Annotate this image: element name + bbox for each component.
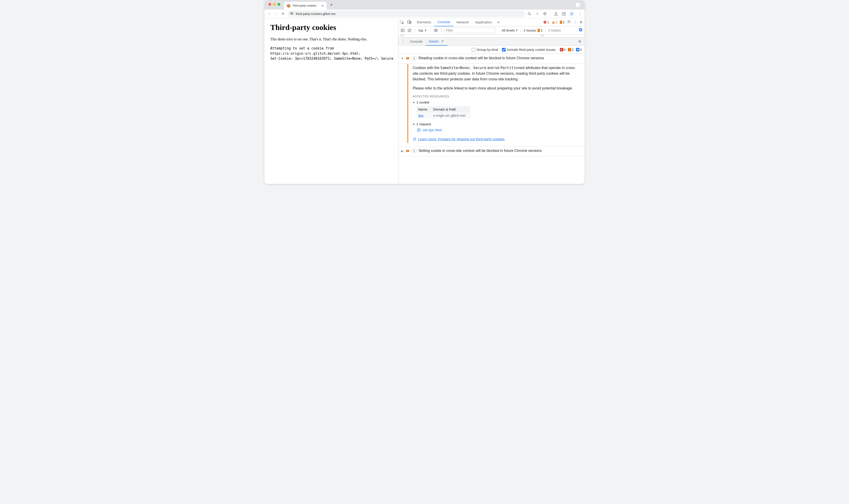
issue-description-2: Please refer to the article linked to le… [413, 86, 580, 91]
include-3p-cookie-checkbox[interactable]: Include third-party cookie issues [502, 48, 555, 52]
drawer-tab-issues[interactable]: Issues ✕ [426, 37, 447, 46]
issue-count-pill: 1 [411, 56, 417, 60]
log-xhr-checkbox[interactable] [541, 35, 544, 36]
svg-point-4 [528, 13, 530, 15]
window-close-icon[interactable] [268, 3, 271, 6]
expand-toggle-icon[interactable]: ▼ [401, 56, 404, 60]
affected-cookies-toggle[interactable]: ▼1 cookie [413, 100, 580, 104]
browser-tab[interactable]: 🍪 Third-party cookies ✕ [284, 2, 326, 10]
tab-elements[interactable]: Elements [414, 18, 435, 26]
learn-more-link[interactable]: Learn more: Prepare for phasing out thir… [413, 137, 580, 141]
issue-item-expanded[interactable]: ▼ 1 Reading cookie in cross-site context… [399, 54, 585, 64]
affected-request-link[interactable]: set-3pc.html [417, 128, 580, 132]
log-levels-selector[interactable]: All levels▼ [502, 29, 518, 32]
cookie-table-col-domain: Domain & Path [432, 106, 470, 112]
page-log: Attempting to set a cookie from https://… [270, 46, 396, 61]
affected-requests-toggle[interactable]: ▼1 request [413, 122, 580, 126]
devtools-close-icon[interactable]: ✕ [579, 20, 583, 25]
address-bar[interactable]: third-party-cookies.glitch.me [287, 11, 525, 17]
live-expression-icon[interactable] [434, 28, 438, 33]
svg-rect-27 [407, 151, 408, 152]
svg-rect-0 [290, 13, 291, 13]
reload-button[interactable]: ⟳ [281, 12, 285, 16]
tab-network[interactable]: Network [453, 18, 472, 26]
side-panel-icon[interactable] [562, 12, 566, 16]
issue-title: Reading cookie in cross-site context wil… [419, 56, 544, 60]
devtools-panel: Elements Console Network Application » 1… [399, 18, 585, 184]
drawer-tab-close-icon[interactable]: ✕ [440, 39, 445, 43]
hidden-messages[interactable]: 3 hidden [548, 29, 561, 32]
window-maximize-icon[interactable] [278, 3, 280, 6]
cookie-table-row: 3pc x-origin-src.glitch.me/ [417, 112, 470, 119]
cookie-domain-cell: x-origin-src.glitch.me/ [432, 112, 470, 119]
devtools-settings-icon[interactable] [567, 19, 571, 25]
tab-title: Third-party cookies [292, 4, 316, 7]
tabs-overflow-icon[interactable]: » [495, 20, 502, 24]
group-by-kind-checkbox[interactable]: Group by kind [472, 48, 498, 52]
drawer-tab-console[interactable]: Console [407, 37, 425, 46]
profile-avatar[interactable] [569, 11, 574, 16]
console-sidebar-toggle-icon[interactable] [400, 28, 405, 33]
svg-rect-26 [407, 150, 408, 151]
warning-count[interactable]: 2 [552, 20, 558, 24]
issues-count-badge[interactable]: ! 2 [560, 20, 565, 24]
back-button[interactable]: ← [267, 12, 272, 16]
bookmark-icon[interactable]: ☆ [535, 12, 540, 16]
window-minimize-icon[interactable] [273, 3, 276, 6]
tab-favicon-icon: 🍪 [287, 4, 290, 7]
error-count[interactable]: 1 [543, 20, 549, 24]
labs-icon[interactable] [554, 12, 558, 16]
new-tab-button[interactable]: + [328, 1, 335, 8]
warning-badge-icon: ! [568, 48, 571, 51]
clear-console-icon[interactable] [407, 28, 412, 33]
tabs-dropdown-button[interactable]: ⌄ [575, 2, 581, 8]
affected-resources-heading: AFFECTED RESOURCES [413, 95, 580, 98]
page-intro: This demo tries to set one. That's it. T… [270, 37, 396, 41]
console-settings-icon[interactable] [578, 28, 583, 33]
chrome-menu-button[interactable]: ⋮ [577, 12, 582, 16]
drawer-tabstrip: ⋮ Console Issues ✕ ✕ [399, 37, 585, 46]
drawer-menu-icon[interactable]: ⋮ [400, 39, 406, 43]
issue-description-1: Cookies with the SameSite=None; Secure a… [413, 65, 580, 82]
page-content: Third-party cookies This demo tries to s… [264, 18, 399, 184]
site-settings-icon[interactable] [290, 11, 294, 16]
svg-rect-23 [407, 58, 408, 58]
page-heading: Third-party cookies [270, 23, 396, 32]
issues-kind-counts: ✕0 !2 0 [560, 48, 582, 52]
issue-detail-panel: Cookies with the SameSite=None; Secure a… [407, 64, 582, 143]
console-settings-strip [399, 35, 585, 37]
svg-rect-1 [290, 14, 291, 14]
svg-rect-16 [401, 29, 404, 32]
svg-point-3 [292, 14, 293, 14]
tab-close-icon[interactable]: ✕ [321, 4, 324, 7]
issue-item-collapsed[interactable]: ▶ 1 Setting cookie in cross-site context… [399, 146, 585, 157]
tab-console[interactable]: Console [435, 18, 453, 26]
console-filter-input[interactable]: Filter [444, 28, 496, 33]
svg-point-8 [571, 13, 572, 14]
extensions-icon[interactable] [543, 12, 547, 16]
tab-application[interactable]: Application [472, 18, 495, 26]
issues-link[interactable]: 2 Issues: ! 2 [524, 29, 543, 32]
inspect-element-icon[interactable] [399, 19, 405, 25]
tab-strip: 🍪 Third-party cookies ✕ + ⌄ [264, 0, 585, 10]
info-badge-icon [576, 48, 579, 51]
svg-line-5 [530, 14, 531, 15]
execution-context-selector[interactable]: top▼ [418, 29, 428, 32]
issue-severity-icon [406, 56, 410, 61]
zoom-icon[interactable] [527, 12, 532, 16]
drawer-close-icon[interactable]: ✕ [577, 39, 583, 44]
devtools-tabstrip: Elements Console Network Application » 1… [399, 18, 585, 26]
expand-toggle-icon[interactable]: ▶ [401, 149, 404, 152]
device-toolbar-icon[interactable] [407, 19, 412, 25]
url-text: third-party-cookies.glitch.me [296, 12, 335, 16]
issues-filter-bar: Group by kind Include third-party cookie… [399, 46, 585, 54]
svg-point-20 [436, 30, 437, 31]
devtools-menu-icon[interactable]: ⋮ [573, 20, 577, 24]
hide-network-checkbox[interactable] [401, 35, 404, 36]
svg-point-2 [292, 13, 293, 13]
issues-list: ▼ 1 Reading cookie in cross-site context… [399, 54, 585, 184]
forward-button[interactable]: → [274, 12, 279, 16]
svg-line-19 [409, 29, 411, 31]
cookie-name-link[interactable]: 3pc [418, 113, 424, 118]
cookie-table-col-name: Name [417, 106, 432, 112]
